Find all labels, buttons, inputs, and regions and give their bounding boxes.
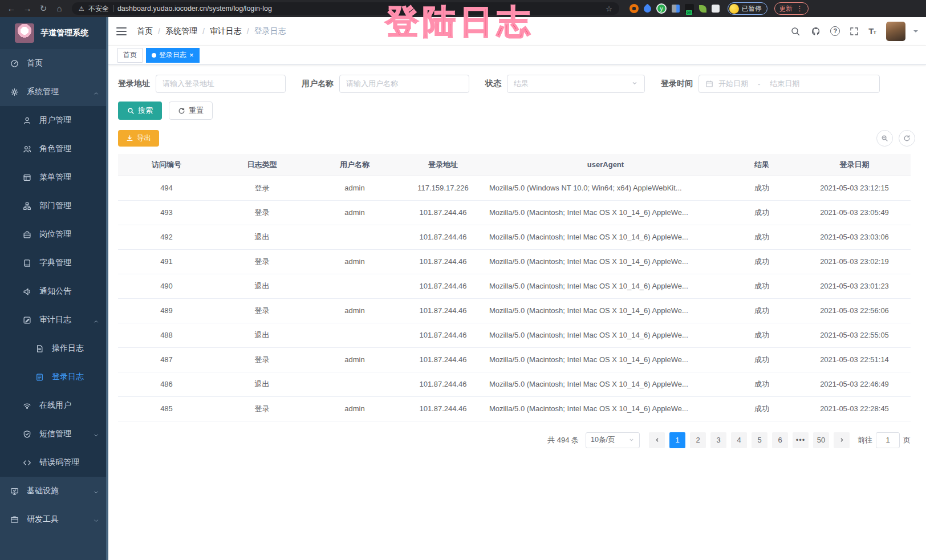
sidebar-item-label: 通知公告: [39, 286, 71, 297]
login-time-label: 登录时间: [661, 79, 693, 89]
page-button-3[interactable]: 3: [710, 432, 726, 448]
breadcrumb-system[interactable]: 系统管理: [165, 26, 197, 36]
refresh-table-button[interactable]: [899, 130, 915, 147]
page-button-2[interactable]: 2: [690, 432, 706, 448]
edit-square-icon: [23, 316, 31, 324]
browser-home-icon[interactable]: ⌂: [52, 2, 66, 15]
github-icon[interactable]: [810, 25, 822, 38]
sidebar-item-users[interactable]: 用户管理: [0, 106, 108, 135]
browser-menu-dots-icon[interactable]: ⋮: [797, 5, 803, 13]
date-end-input[interactable]: 结束日期: [770, 79, 799, 89]
user-avatar[interactable]: [886, 22, 905, 41]
tab-home[interactable]: 首页: [117, 48, 143, 63]
gear-icon: [10, 88, 19, 96]
table-row: 489 登录 admin 101.87.244.46 Mozilla/5.0 (…: [118, 298, 911, 323]
sidebar-item-menus[interactable]: 菜单管理: [0, 163, 108, 192]
sidebar-item-posts[interactable]: 岗位管理: [0, 220, 108, 249]
update-label: 更新: [779, 5, 793, 13]
page-button-50[interactable]: 50: [813, 432, 829, 448]
breadcrumb-audit[interactable]: 审计日志: [210, 26, 242, 36]
sidebar-item-dict[interactable]: 字典管理: [0, 249, 108, 277]
sidebar-item-system[interactable]: 系统管理: [0, 78, 108, 106]
cell-ip: 101.87.244.46: [400, 323, 486, 347]
page-button-6[interactable]: 6: [772, 432, 788, 448]
prev-page-button[interactable]: [649, 432, 665, 448]
goto-page-input[interactable]: [876, 432, 900, 448]
toggle-search-button[interactable]: [876, 130, 893, 147]
extension-blue-icon[interactable]: [642, 3, 652, 14]
security-label[interactable]: 不安全: [88, 4, 109, 14]
sidebar-item-error-codes[interactable]: 错误码管理: [0, 448, 108, 477]
sidebar-item-dev-tools[interactable]: 研发工具: [0, 505, 108, 534]
sidebar-item-home[interactable]: 首页: [0, 49, 108, 78]
extension-leaf-icon[interactable]: [699, 5, 706, 13]
extension-green-icon[interactable]: y: [656, 3, 667, 14]
page-ellipsis[interactable]: •••: [793, 432, 809, 448]
reset-button[interactable]: 重置: [169, 102, 213, 120]
sidebar-item-online-users[interactable]: 在线用户: [0, 391, 108, 420]
sidebar-item-label: 角色管理: [39, 144, 71, 154]
cell-date: 2021-05-03 23:05:49: [798, 200, 911, 225]
browser-profile-chip[interactable]: 已暂停: [728, 2, 767, 15]
cell-type: 登录: [215, 200, 309, 225]
export-button[interactable]: 导出: [118, 130, 159, 147]
breadcrumb-home[interactable]: 首页: [137, 26, 153, 36]
browser-forward-icon[interactable]: →: [21, 2, 34, 15]
address-bar[interactable]: ⚠ 不安全 dashboard.yudao.iocoder.cn/system/…: [72, 2, 619, 15]
cell-useragent: Mozilla/5.0 (Macintosh; Intel Mac OS X 1…: [486, 298, 725, 323]
sidebar-item-departments[interactable]: 部门管理: [0, 192, 108, 220]
page-url[interactable]: dashboard.yudao.iocoder.cn/system/log/lo…: [117, 5, 272, 13]
sidebar-item-notice[interactable]: 通知公告: [0, 277, 108, 306]
tab-close-icon[interactable]: ×: [189, 51, 194, 59]
sidebar-item-roles[interactable]: 角色管理: [0, 135, 108, 163]
extension-grid-icon[interactable]: [672, 5, 680, 13]
cell-user: [309, 372, 400, 396]
fullscreen-icon[interactable]: [848, 25, 860, 38]
browser-update-button[interactable]: 更新 ⋮: [774, 2, 809, 15]
help-icon[interactable]: ?: [830, 26, 840, 36]
font-size-icon[interactable]: TT: [868, 26, 876, 36]
cell-ip: 117.159.17.226: [400, 176, 486, 200]
bookmark-star-icon[interactable]: ☆: [606, 5, 612, 13]
cell-id: 489: [118, 298, 215, 323]
sidebar-item-audit-log[interactable]: 审计日志: [0, 306, 108, 334]
cell-date: 2021-05-03 22:28:45: [798, 396, 911, 421]
next-page-button[interactable]: [834, 432, 850, 448]
sidebar-item-infrastructure[interactable]: 基础设施: [0, 477, 108, 505]
cell-user: admin: [309, 200, 400, 225]
app-logo-row[interactable]: 芋道管理系统: [0, 17, 108, 49]
cell-date: 2021-05-03 23:03:06: [798, 225, 911, 249]
page-button-1[interactable]: 1: [669, 432, 685, 448]
sidebar-item-login-log[interactable]: 登录日志: [0, 363, 108, 391]
cell-ip: 101.87.244.46: [400, 396, 486, 421]
sidebar-item-operate-log[interactable]: 操作日志: [0, 334, 108, 363]
extension-list-on-icon[interactable]: [685, 4, 694, 13]
browser-back-icon[interactable]: ←: [5, 2, 18, 15]
reset-button-label: 重置: [189, 105, 204, 116]
download-icon: [126, 135, 133, 142]
cell-user: [309, 225, 400, 249]
tab-login-log[interactable]: 登录日志 ×: [146, 48, 200, 63]
header-search-icon[interactable]: [789, 25, 802, 38]
address-input[interactable]: 请输入登录地址: [156, 75, 286, 93]
page-size-select[interactable]: 10条/页: [586, 432, 640, 448]
browser-reload-icon[interactable]: ↻: [36, 2, 50, 15]
date-range-picker[interactable]: 开始日期 - 结束日期: [698, 75, 880, 93]
avatar-caret-icon[interactable]: [913, 30, 918, 35]
status-select[interactable]: 结果: [507, 75, 645, 93]
username-input[interactable]: 请输入用户名称: [339, 75, 469, 93]
date-start-input[interactable]: 开始日期: [718, 79, 748, 89]
extension-orange-icon[interactable]: [629, 4, 639, 13]
page-button-4[interactable]: 4: [731, 432, 747, 448]
page-button-5[interactable]: 5: [752, 432, 767, 448]
search-button[interactable]: 搜索: [118, 102, 162, 120]
sidebar-item-sms[interactable]: 短信管理: [0, 420, 108, 448]
wifi-icon: [23, 401, 31, 410]
cell-useragent: Mozilla/5.0 (Macintosh; Intel Mac OS X 1…: [486, 249, 725, 274]
chevron-down-icon: [93, 431, 99, 437]
search-form: 登录地址 请输入登录地址 用户名称 请输入用户名称 状态 结果 登录时间 开始日…: [118, 75, 917, 93]
hamburger-icon[interactable]: [116, 27, 127, 35]
chevron-down-icon: [93, 488, 99, 494]
extensions-puzzle-icon[interactable]: [712, 5, 720, 13]
toolbox-icon: [10, 516, 19, 524]
